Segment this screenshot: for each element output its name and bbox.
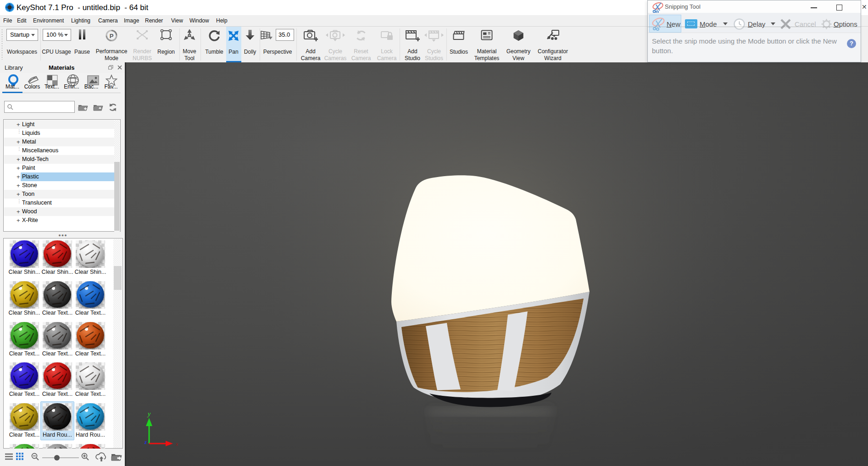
svg-text:x: x [175,441,178,447]
svg-text:P: P [110,33,114,39]
svg-text:y: y [147,411,151,417]
svg-text:z: z [144,438,147,445]
